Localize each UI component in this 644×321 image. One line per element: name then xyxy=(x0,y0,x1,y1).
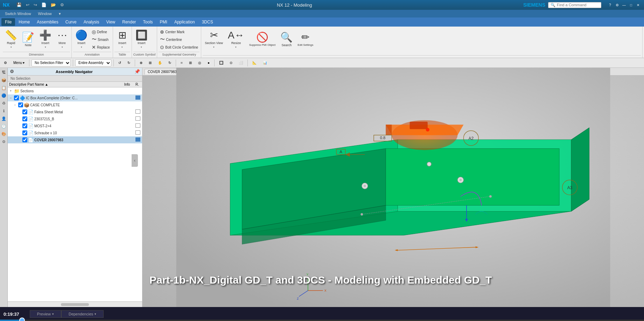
menu-file[interactable]: File xyxy=(1,18,15,26)
nav-icon-reuse[interactable]: ♻ xyxy=(1,100,7,106)
toolbar-zoom-btn[interactable]: ⊞ xyxy=(146,60,154,66)
new-icon[interactable]: 📄 xyxy=(40,2,48,8)
menu-3dcs[interactable]: 3DCS xyxy=(198,18,217,26)
toolbar-fit-btn[interactable]: ⊕ xyxy=(137,60,145,66)
menu-render[interactable]: Render xyxy=(119,18,139,26)
more-dropdown[interactable]: ▾ xyxy=(62,46,63,49)
ribbon-btn-center-mark[interactable]: ⊕ Center Mark xyxy=(159,28,200,35)
col-header-info[interactable]: Info xyxy=(122,83,132,86)
icbox-expand-icon[interactable]: − xyxy=(10,96,14,100)
selection-filter-select[interactable]: No Selection Filter xyxy=(31,59,71,66)
nav-icon-roles[interactable]: 👤 xyxy=(1,115,7,122)
ribbon-btn-centerline[interactable]: 〜 Centerline xyxy=(159,36,200,43)
maximize-button[interactable]: □ xyxy=(628,2,634,8)
toolbar-grid-btn[interactable]: ⊞ xyxy=(187,60,194,66)
help-icon[interactable]: ? xyxy=(607,2,613,8)
ribbon-btn-define[interactable]: ◎ Define xyxy=(90,28,111,35)
ribbon-btn-edit-settings[interactable]: ✏ Edit Settings xyxy=(295,27,315,52)
schraube-checkbox[interactable] xyxy=(22,130,27,135)
nav-gear-icon[interactable]: ⚙ xyxy=(10,69,14,74)
toolbar-pan-btn[interactable]: ✋ xyxy=(155,60,164,66)
preview-chevron-icon[interactable]: ▾ xyxy=(52,312,54,316)
toolbar-layer-btn[interactable]: ⬜ xyxy=(236,60,245,66)
nav-pin-icon[interactable]: 📌 xyxy=(134,69,140,74)
sections-expand-icon[interactable]: + xyxy=(10,89,14,93)
bottom-tab-preview[interactable]: Preview ▾ xyxy=(30,310,61,318)
tree-item-sections[interactable]: + 📁 Sections xyxy=(8,87,142,94)
viewport-content[interactable]: A 0.8 A2 A3 xyxy=(142,68,644,307)
customize-icon[interactable]: ⚙ xyxy=(59,2,65,8)
toolbar-rotate-btn[interactable]: ↻ xyxy=(166,60,174,66)
menu-analysis[interactable]: Analysis xyxy=(80,18,103,26)
menu-pmi[interactable]: PMI xyxy=(156,18,171,26)
tree-item-icbox[interactable]: − 🔷 IC Box AsmComplete (Order: C... xyxy=(8,94,142,101)
section-view-dropdown[interactable]: ▾ xyxy=(213,46,215,49)
collapse-panel-btn[interactable]: ‹ xyxy=(132,154,138,167)
cover-checkbox[interactable] xyxy=(22,137,27,142)
ribbon-btn-rapid[interactable]: 📏 Rapid ▾ xyxy=(3,27,19,52)
most-checkbox[interactable] xyxy=(22,123,27,128)
redo-icon[interactable]: ↪ xyxy=(32,2,38,8)
ribbon-btn-bolt-circle[interactable]: ⊙ Bolt Circle Centerline xyxy=(159,44,200,51)
ribbon-btn-custom[interactable]: 🔲 Insert ▾ xyxy=(133,27,150,52)
switch-window-btn[interactable]: Switch Window xyxy=(3,11,33,16)
tree-item-case-complete[interactable]: − 📦 CASE COMPLETE xyxy=(8,101,142,108)
nav-icon-part[interactable]: 📦 xyxy=(1,77,7,83)
nav-scrollbar[interactable] xyxy=(8,301,142,307)
tree-item-fakra[interactable]: 📄 Fakra Sheet Metal xyxy=(8,108,142,115)
ribbon-btn-insert-ann[interactable]: 🔵 Insert ▾ xyxy=(73,27,90,52)
menu-application[interactable]: Application xyxy=(171,18,198,26)
sw-arrow[interactable]: ▾ xyxy=(57,11,63,17)
case-expand-icon[interactable]: − xyxy=(14,103,18,107)
tree-item-23037215[interactable]: 📄 23037215_B xyxy=(8,115,142,122)
toolbar-redo-btn[interactable]: ↻ xyxy=(125,60,133,66)
nav-icon-info[interactable]: ℹ xyxy=(1,108,7,114)
settings-icon[interactable]: ⚙ xyxy=(614,2,620,8)
nav-icon-config[interactable]: ⚙ xyxy=(1,138,7,145)
fakra-checkbox[interactable] xyxy=(22,109,27,114)
toolbar-wire-btn[interactable]: ◎ xyxy=(196,60,204,66)
insert-dim-dropdown[interactable]: ▾ xyxy=(45,46,46,49)
ribbon-btn-section-view[interactable]: ✂ Section View ▾ xyxy=(203,27,225,52)
custom-dropdown[interactable]: ▾ xyxy=(141,46,142,49)
menu-home[interactable]: Home xyxy=(15,18,33,26)
insert-ann-dropdown[interactable]: ▾ xyxy=(81,46,82,49)
ribbon-btn-suppress[interactable]: 🚫 Suppress PMI Object xyxy=(247,27,278,52)
toolbar-undo-btn[interactable]: ↺ xyxy=(116,60,124,66)
toolbar-measure-btn[interactable]: 📐 xyxy=(250,60,259,66)
viewport[interactable]: COVER 28007983.prt in Assembly IC Box As… xyxy=(142,68,644,307)
toolbar-orient-btn[interactable]: ⊙ xyxy=(227,60,235,66)
search-command-bar[interactable]: 🔍 xyxy=(548,2,601,8)
menu-assemblies[interactable]: Assemblies xyxy=(33,18,62,26)
toolbar-menu-btn[interactable]: Menu ▾ xyxy=(11,60,27,66)
ribbon-btn-table[interactable]: ⊞ Insert ▾ xyxy=(114,27,130,52)
dependencies-chevron-icon[interactable]: ▾ xyxy=(94,312,96,316)
toolbar-gear-btn[interactable]: ⚙ xyxy=(1,60,9,66)
minimize-button[interactable]: — xyxy=(621,2,627,8)
tree-item-schraube[interactable]: 📄 Schraube x 10 xyxy=(8,129,142,136)
nav-icon-clock[interactable]: 🕐 xyxy=(1,123,7,129)
search-command-input[interactable] xyxy=(557,3,599,7)
ribbon-btn-smash[interactable]: 〜 Smash xyxy=(90,36,111,43)
progress-bar-container[interactable] xyxy=(0,320,644,321)
ribbon-btn-insert-dim[interactable]: ➕ Insert ▾ xyxy=(37,27,54,52)
ribbon-btn-replace[interactable]: ✕ Replace xyxy=(90,44,111,51)
icbox-checkbox[interactable] xyxy=(14,95,19,100)
toolbar-view-btn[interactable]: 🔲 xyxy=(217,60,226,66)
menu-view[interactable]: View xyxy=(103,18,119,26)
table-dropdown[interactable]: ▾ xyxy=(121,46,123,49)
toolbar-analysis-btn[interactable]: 📊 xyxy=(260,60,270,66)
ribbon-btn-note[interactable]: 📝 Note xyxy=(20,27,36,52)
resize-dropdown[interactable]: ▾ xyxy=(235,46,237,49)
nav-icon-color[interactable]: 🎨 xyxy=(1,131,7,137)
nav-icon-history[interactable]: 📋 xyxy=(1,85,7,91)
assembly-filter-select[interactable]: Entire Assembly xyxy=(75,59,111,66)
ribbon-btn-resize[interactable]: A↔ Resize ▾ xyxy=(226,27,246,52)
close-button[interactable]: ✕ xyxy=(635,2,641,8)
menu-curve[interactable]: Curve xyxy=(62,18,80,26)
nav-scrollbar-thumb[interactable] xyxy=(61,303,89,306)
col-header-name[interactable]: Descriptive Part Name ▲ xyxy=(9,83,120,86)
save-icon[interactable]: 💾 xyxy=(15,2,23,8)
undo-icon[interactable]: ↩ xyxy=(24,2,31,8)
tree-item-cover[interactable]: 📄 COVER 28007983 xyxy=(8,136,142,143)
